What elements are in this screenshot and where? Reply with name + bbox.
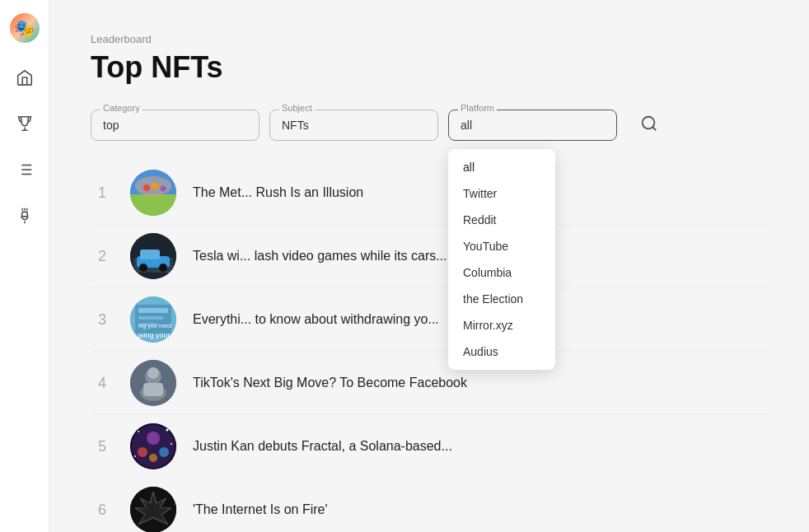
category-label: Category [101, 103, 143, 113]
leaderboard-list: 1 The Met... Rush Is an Illusion 2 [91, 161, 768, 532]
svg-point-36 [147, 432, 160, 445]
item-title: Everythi... to know about withdrawing yo… [193, 312, 439, 327]
subject-input[interactable] [269, 110, 438, 141]
breadcrumb: Leaderboard [91, 33, 768, 45]
svg-rect-24 [138, 308, 168, 313]
subject-filter: Subject [269, 110, 438, 141]
platform-input[interactable] [448, 110, 617, 141]
svg-point-37 [138, 447, 147, 457]
svg-point-43 [134, 455, 136, 457]
svg-point-20 [159, 264, 167, 272]
svg-point-8 [643, 117, 655, 129]
item-avatar [130, 487, 176, 532]
svg-point-15 [161, 186, 166, 192]
item-title: The Met... Rush Is an Illusion [193, 185, 363, 200]
category-input[interactable] [91, 110, 260, 141]
svg-rect-21 [140, 250, 160, 259]
item-title: Tesla wi... lash video games while its c… [193, 249, 447, 264]
svg-rect-25 [138, 316, 163, 320]
svg-point-19 [139, 264, 147, 272]
platform-dropdown: all Twitter Reddit YouTube Columbia the … [448, 149, 555, 370]
item-rank: 6 [91, 502, 114, 519]
main-content: Leaderboard Top NFTs Category Subject Pl… [49, 0, 809, 532]
subject-label: Subject [279, 103, 315, 113]
dropdown-option-youtube[interactable]: YouTube [448, 233, 555, 259]
svg-text:ing you need: ing you need [138, 323, 171, 329]
item-title: TikTok's Next Big Move? To Become Facebo… [193, 376, 467, 390]
sidebar: 🎭 [0, 0, 49, 532]
item-rank: 1 [91, 184, 114, 202]
svg-rect-11 [130, 194, 176, 216]
svg-text:wing your: wing your [138, 331, 171, 339]
trophy-icon[interactable] [13, 112, 36, 135]
list-item: 2 Tesla wi... lash video games while its… [91, 225, 768, 288]
filters-row: Category Subject Platform all Twitter Re… [91, 108, 768, 142]
item-avatar [130, 423, 176, 469]
item-rank: 5 [91, 438, 114, 455]
list-item: 6 'The Internet Is on Fire' [91, 478, 768, 532]
dropdown-option-the-election[interactable]: the Election [448, 286, 555, 312]
svg-point-14 [152, 183, 158, 189]
platform-label: Platform [458, 103, 497, 113]
dropdown-option-mirror[interactable]: Mirror.xyz [448, 312, 555, 338]
dropdown-option-audius[interactable]: Audius [448, 338, 555, 365]
dropdown-option-columbia[interactable]: Columbia [448, 259, 555, 286]
svg-point-39 [149, 454, 157, 462]
item-avatar: wing your ing you need [130, 296, 176, 343]
item-avatar [130, 360, 176, 406]
item-rank: 4 [91, 375, 114, 392]
page-title: Top NFTs [91, 50, 768, 85]
svg-point-13 [143, 184, 150, 191]
list-item: 1 The Met... Rush Is an Illusion [91, 161, 768, 225]
list-item: 4 TikTok's Next Big Move? To Become Face… [91, 352, 768, 415]
dropdown-option-all[interactable]: all [448, 154, 555, 180]
svg-rect-33 [143, 383, 163, 396]
list-item: 3 wing your ing you need Everythi... to … [91, 288, 768, 352]
dropdown-option-twitter[interactable]: Twitter [448, 180, 555, 207]
item-avatar [130, 170, 176, 216]
item-title: Justin Kan debuts Fractal, a Solana-base… [193, 439, 452, 454]
svg-point-41 [166, 429, 169, 432]
home-icon[interactable] [13, 66, 36, 89]
svg-point-32 [147, 367, 159, 379]
platform-filter: Platform all Twitter Reddit YouTube Colu… [448, 110, 617, 141]
item-rank: 3 [91, 311, 114, 329]
svg-point-38 [159, 447, 169, 457]
search-button[interactable] [634, 108, 665, 142]
svg-point-40 [138, 431, 139, 432]
app-logo[interactable]: 🎭 [10, 13, 40, 43]
category-filter: Category [91, 110, 260, 141]
plug-icon[interactable] [13, 204, 36, 227]
svg-line-9 [652, 127, 656, 130]
list-item: 5 Justin Kan debuts Fractal, a Solana-ba… [91, 415, 768, 478]
list-icon[interactable] [13, 158, 36, 181]
item-title: 'The Internet Is on Fire' [193, 502, 328, 517]
item-rank: 2 [91, 248, 114, 265]
dropdown-option-reddit[interactable]: Reddit [448, 207, 555, 233]
item-avatar [130, 233, 176, 279]
svg-point-42 [171, 443, 172, 445]
